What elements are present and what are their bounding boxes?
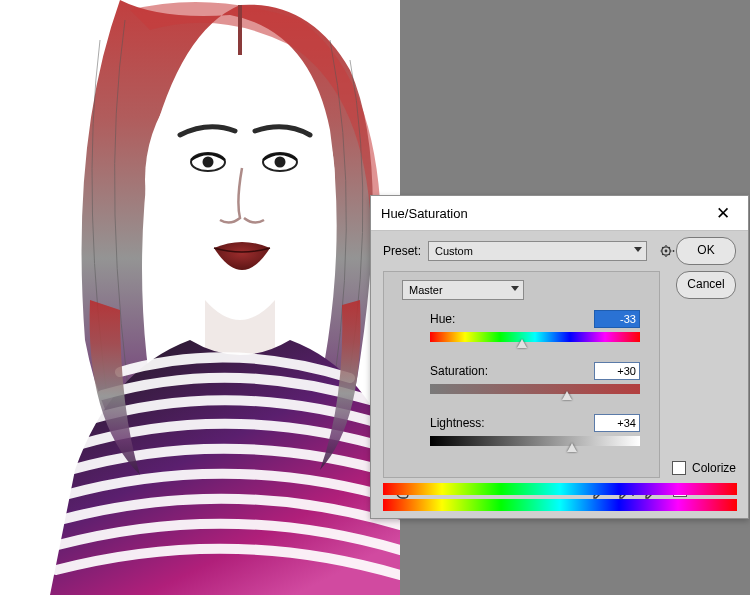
preset-value: Custom <box>435 245 473 257</box>
colorize-label: Colorize <box>692 461 736 475</box>
ok-button[interactable]: OK <box>676 237 736 265</box>
hue-slider-track[interactable] <box>430 332 640 342</box>
hue-saturation-dialog: Hue/Saturation ✕ Preset: Custom OK Cance… <box>370 195 749 519</box>
svg-point-4 <box>275 157 286 168</box>
saturation-input[interactable]: +30 <box>594 362 640 380</box>
chevron-down-icon <box>511 286 519 291</box>
lightness-slider-thumb[interactable] <box>567 443 577 452</box>
lightness-input[interactable]: +34 <box>594 414 640 432</box>
cancel-button[interactable]: Cancel <box>676 271 736 299</box>
saturation-label: Saturation: <box>430 364 488 378</box>
lightness-slider-track[interactable] <box>430 436 640 446</box>
colorize-checkbox[interactable] <box>672 461 686 475</box>
dialog-title: Hue/Saturation <box>381 206 708 221</box>
colorize-checkbox-row[interactable]: Colorize <box>672 461 736 475</box>
svg-point-2 <box>203 157 214 168</box>
close-icon[interactable]: ✕ <box>708 198 738 228</box>
preset-menu-icon[interactable] <box>659 242 677 260</box>
chevron-down-icon <box>634 247 642 252</box>
spectrum-output[interactable] <box>383 499 737 511</box>
svg-point-7 <box>673 250 675 252</box>
document-canvas[interactable] <box>0 0 400 595</box>
saturation-slider-thumb[interactable] <box>562 391 572 400</box>
channel-select[interactable]: Master <box>402 280 524 300</box>
color-spectrum-strips <box>383 479 737 511</box>
saturation-slider-track[interactable] <box>430 384 640 394</box>
hue-slider-thumb[interactable] <box>517 339 527 348</box>
artwork-portrait <box>30 0 400 595</box>
lightness-label: Lightness: <box>430 416 485 430</box>
preset-select[interactable]: Custom <box>428 241 647 261</box>
channel-value: Master <box>409 284 443 296</box>
preset-label: Preset: <box>383 244 428 258</box>
hue-input[interactable]: -33 <box>594 310 640 328</box>
dialog-titlebar[interactable]: Hue/Saturation ✕ <box>371 196 748 231</box>
spectrum-input[interactable] <box>383 483 737 495</box>
adjustment-panel: Master Hue: -33 Saturation: +30 Lightnes <box>383 271 660 478</box>
hue-label: Hue: <box>430 312 455 326</box>
svg-point-6 <box>665 250 668 253</box>
